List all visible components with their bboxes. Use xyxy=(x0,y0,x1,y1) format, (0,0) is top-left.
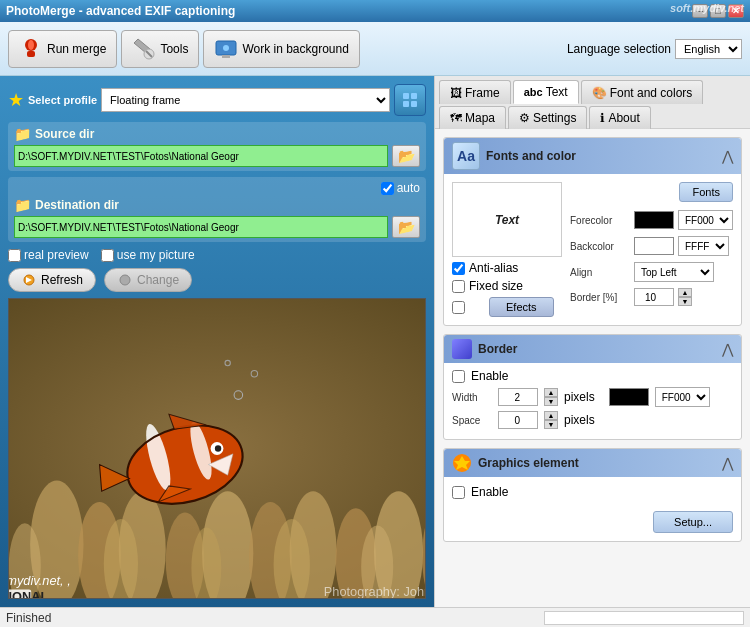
graphics-title: Graphics element xyxy=(478,456,579,470)
status-text: Finished xyxy=(6,611,51,625)
svg-rect-7 xyxy=(222,55,230,58)
settings-tab-icon: ⚙ xyxy=(519,111,530,125)
fixed-size-label: Fixed size xyxy=(469,279,523,293)
dest-dir-input[interactable] xyxy=(14,216,388,238)
real-preview-checkbox[interactable] xyxy=(8,249,21,262)
border-color-select[interactable]: FF000 xyxy=(655,387,710,407)
border-space-spin-up[interactable]: ▲ xyxy=(544,411,558,420)
language-dropdown[interactable]: English xyxy=(675,39,742,59)
border-width-spin-down[interactable]: ▼ xyxy=(544,397,558,406)
antialias-checkbox[interactable] xyxy=(452,262,465,275)
frame-tab-label: Frame xyxy=(465,86,500,100)
star-icon: ★ xyxy=(8,89,24,111)
text-tab-label: Text xyxy=(546,85,568,99)
border-header: Border ⋀ xyxy=(444,335,741,363)
backcolor-swatch[interactable] xyxy=(634,237,674,255)
right-content: Aa Fonts and color ⋀ Text xyxy=(435,129,750,607)
graphics-enable-row: Enable xyxy=(452,485,733,499)
auto-checkbox[interactable] xyxy=(381,182,394,195)
backcolor-select[interactable]: FFFF xyxy=(678,236,729,256)
border-width-input[interactable] xyxy=(498,388,538,406)
border-enable-label: Enable xyxy=(471,369,508,383)
fonts-color-title: Fonts and color xyxy=(486,149,576,163)
border-body: Enable Width ▲ ▼ pixels FF000 xyxy=(444,363,741,439)
graphics-body: Enable Setup... xyxy=(444,477,741,541)
source-dir-label: Source dir xyxy=(35,127,94,141)
run-merge-label: Run merge xyxy=(47,42,106,56)
svg-text:Photography: John Smoker: Photography: John Smoker xyxy=(324,584,425,598)
change-icon xyxy=(117,272,133,288)
setup-button[interactable]: Setup... xyxy=(653,511,733,533)
border-pct-input[interactable] xyxy=(634,288,674,306)
source-dir-input[interactable] xyxy=(14,145,388,167)
tab-text[interactable]: abc Text xyxy=(513,80,579,104)
fixed-size-option: Fixed size xyxy=(452,279,523,293)
text-tab-icon: abc xyxy=(524,86,543,98)
fonts-color-header: Aa Fonts and color ⋀ xyxy=(444,138,741,174)
border-width-spin-up[interactable]: ▲ xyxy=(544,388,558,397)
antialias-option: Anti-alias xyxy=(452,261,518,275)
tools-button[interactable]: Tools xyxy=(121,30,199,68)
fonts-section-content: Text Anti-alias Fixed size xyxy=(452,182,733,317)
tab-about[interactable]: ℹ About xyxy=(589,106,650,129)
graphics-header: Graphics element ⋀ xyxy=(444,449,741,477)
work-in-background-label: Work in background xyxy=(242,42,349,56)
border-pct-spinner: ▲ ▼ xyxy=(678,288,692,306)
border-collapse-button[interactable]: ⋀ xyxy=(722,341,733,357)
real-preview-label: real preview xyxy=(8,248,89,262)
title-bar: PhotoMerge - advanced EXIF captioning so… xyxy=(0,0,750,22)
backcolor-label: Backcolor xyxy=(570,241,630,252)
svg-rect-10 xyxy=(403,101,409,107)
forecolor-swatch[interactable] xyxy=(634,211,674,229)
antialias-label: Anti-alias xyxy=(469,261,518,275)
work-in-background-button[interactable]: Work in background xyxy=(203,30,360,68)
profile-dropdown[interactable]: Floating frame xyxy=(101,88,390,112)
language-label: Language selection xyxy=(567,42,671,56)
tab-settings[interactable]: ⚙ Settings xyxy=(508,106,587,129)
border-space-input[interactable] xyxy=(498,411,538,429)
tab-frame[interactable]: 🖼 Frame xyxy=(439,80,511,104)
preview-container: soft.mydiv.net, , NATIONAL GEOGRAPHIC Ph… xyxy=(8,298,426,599)
svg-point-13 xyxy=(120,275,130,285)
tab-mapa[interactable]: 🗺 Mapa xyxy=(439,106,506,129)
backcolor-row: Backcolor FFFF xyxy=(570,236,733,256)
border-space-spin-down[interactable]: ▼ xyxy=(544,420,558,429)
tab-font-colors[interactable]: 🎨 Font and colors xyxy=(581,80,704,104)
graphics-enable-checkbox[interactable] xyxy=(452,486,465,499)
profile-extra-button[interactable] xyxy=(394,84,426,116)
svg-point-35 xyxy=(215,445,221,451)
source-dir-section: 📁 Source dir 📂 xyxy=(8,122,426,171)
source-dir-browse-button[interactable]: 📂 xyxy=(392,145,420,167)
svg-point-6 xyxy=(223,45,229,51)
spin-up[interactable]: ▲ xyxy=(678,288,692,297)
border-space-label: Space xyxy=(452,415,492,426)
use-my-picture-checkbox[interactable] xyxy=(101,249,114,262)
border-color-swatch[interactable] xyxy=(609,388,649,406)
font-colors-tab-label: Font and colors xyxy=(610,86,693,100)
dest-dir-browse-button[interactable]: 📂 xyxy=(392,216,420,238)
change-button[interactable]: Change xyxy=(104,268,192,292)
text-preview-box: Text xyxy=(452,182,562,257)
forecolor-select[interactable]: FF000 xyxy=(678,210,733,230)
fonts-options: Fonts Forecolor FF000 Backcolor xyxy=(570,182,733,317)
forecolor-label: Forecolor xyxy=(570,215,630,226)
border-section: Border ⋀ Enable Width ▲ ▼ xyxy=(443,334,742,440)
border-pct-row: Border [%] ▲ ▼ xyxy=(570,288,733,306)
spin-down[interactable]: ▼ xyxy=(678,297,692,306)
run-merge-button[interactable]: Run merge xyxy=(8,30,117,68)
fonts-color-section: Aa Fonts and color ⋀ Text xyxy=(443,137,742,326)
refresh-button[interactable]: Refresh xyxy=(8,268,96,292)
font-colors-tab-icon: 🎨 xyxy=(592,86,607,100)
align-select[interactable]: Top Left Top Center Top Right Center Bot… xyxy=(634,262,714,282)
border-enable-checkbox[interactable] xyxy=(452,370,465,383)
svg-rect-2 xyxy=(27,51,35,57)
fixed-size-checkbox[interactable] xyxy=(452,280,465,293)
border-width-label: Width xyxy=(452,392,492,403)
right-panel: 🖼 Frame abc Text 🎨 Font and colors 🗺 Map… xyxy=(434,76,750,607)
fonts-collapse-button[interactable]: ⋀ xyxy=(722,148,733,164)
effects-button[interactable]: Efects xyxy=(489,297,554,317)
graphics-collapse-button[interactable]: ⋀ xyxy=(722,455,733,471)
fonts-button[interactable]: Fonts xyxy=(679,182,733,202)
extra-checkbox[interactable] xyxy=(452,301,465,314)
border-title: Border xyxy=(478,342,517,356)
